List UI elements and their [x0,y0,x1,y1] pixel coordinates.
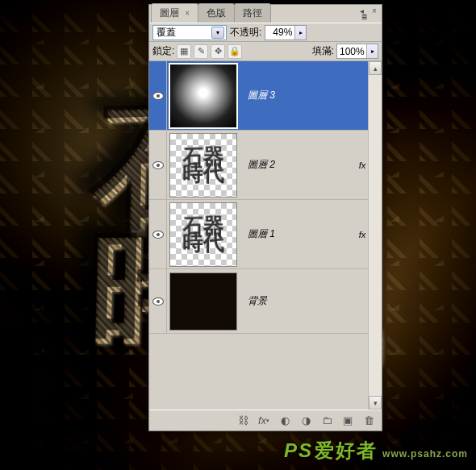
fill-label: 填滿: [312,44,334,58]
close-icon[interactable]: × [185,9,190,18]
layers-panel: ◂ × 圖層 × 色版 路徑 ≡ 覆蓋 ▾ 不透明: 49% ▸ 鎖定: ▦ ✎… [148,4,382,431]
eye-icon [152,161,164,169]
opacity-value: 49% [265,27,294,38]
scrollbar[interactable]: ▴ ▾ [368,61,382,410]
lock-label: 鎖定: [152,44,174,58]
layer-row[interactable]: 背景 🔒 [149,269,382,334]
lock-all-icon[interactable]: 🔒 [228,44,242,59]
lock-fill-row: 鎖定: ▦ ✎ ✥ 🔒 填滿: 100% ▸ [149,42,382,61]
blend-opacity-row: 覆蓋 ▾ 不透明: 49% ▸ [149,23,382,42]
opacity-label: 不透明: [230,26,261,40]
opacity-stepper[interactable]: ▸ [294,26,306,40]
eye-icon [152,92,164,100]
adjust-icon[interactable]: ◑ [299,414,312,427]
thumb-text: 石器 時代 [171,202,237,266]
visibility-toggle[interactable] [149,131,167,199]
lock-pixels-icon[interactable]: ✎ [194,44,208,59]
layer-name[interactable]: 圖層 1 [240,227,353,241]
fill-field[interactable]: 100% ▸ [336,44,378,59]
watermark-url: www.psahz.com [382,448,468,460]
link-icon[interactable]: ⛓ [236,414,249,427]
panel-footer: ⛓ fx▾ ◐ ◑ 🗀 ▣ 🗑 [149,410,382,430]
scroll-up-button[interactable]: ▴ [369,61,382,75]
tab-label: 路徑 [243,7,262,19]
layer-row[interactable]: 圖層 3 [149,61,382,131]
fx-icon[interactable]: fx▾ [257,414,270,427]
watermark-text: 爱好者 [315,438,378,464]
layer-thumbnail[interactable] [169,272,237,331]
fill-stepper[interactable]: ▸ [366,44,378,58]
layer-thumbnail[interactable] [169,64,237,128]
opacity-field[interactable]: 49% ▸ [265,25,307,40]
tab-layers[interactable]: 圖層 × [151,3,198,23]
tab-paths[interactable]: 路徑 [234,3,271,23]
tab-channels[interactable]: 色版 [198,3,235,23]
thumb-text: 石器 時代 [171,133,237,197]
trash-icon[interactable]: 🗑 [362,414,375,427]
eye-icon [152,297,164,306]
tab-label: 色版 [207,7,226,19]
fill-value: 100% [337,46,366,57]
layer-list: 圖層 3 石器 時代 圖層 2 fx▾ 石器 時代 圖層 1 fx▾ 背景 🔒 … [149,61,382,410]
blend-mode-value: 覆蓋 [157,26,176,40]
layer-row[interactable]: 石器 時代 圖層 2 fx▾ [149,131,382,200]
mask-icon[interactable]: ◐ [278,414,291,427]
panel-tabs: 圖層 × 色版 路徑 ≡ [149,5,382,23]
watermark-brand: PS [284,439,313,462]
layer-name[interactable]: 圖層 2 [240,158,353,172]
group-icon[interactable]: 🗀 [320,414,333,427]
layer-name[interactable]: 背景 [240,294,362,308]
layer-thumbnail[interactable]: 石器 時代 [169,202,237,267]
panel-minimize-icon[interactable]: ◂ [356,6,367,15]
panel-close-icon[interactable]: × [369,6,380,15]
watermark: PS 爱好者 www.psahz.com [284,438,468,464]
blend-mode-select[interactable]: 覆蓋 ▾ [152,25,227,40]
visibility-toggle[interactable] [149,61,167,130]
new-layer-icon[interactable]: ▣ [341,414,354,427]
chevron-down-icon[interactable]: ▾ [211,27,224,39]
eye-icon [152,231,164,239]
lock-position-icon[interactable]: ✥ [211,44,225,59]
layer-row[interactable]: 石器 時代 圖層 1 fx▾ [149,200,382,269]
tab-label: 圖層 [160,7,179,19]
visibility-toggle[interactable] [149,200,167,268]
layer-name[interactable]: 圖層 3 [240,89,382,102]
layer-thumbnail[interactable]: 石器 時代 [169,133,237,198]
scroll-down-button[interactable]: ▾ [369,396,382,410]
lock-transparency-icon[interactable]: ▦ [177,44,191,59]
visibility-toggle[interactable] [149,269,167,333]
